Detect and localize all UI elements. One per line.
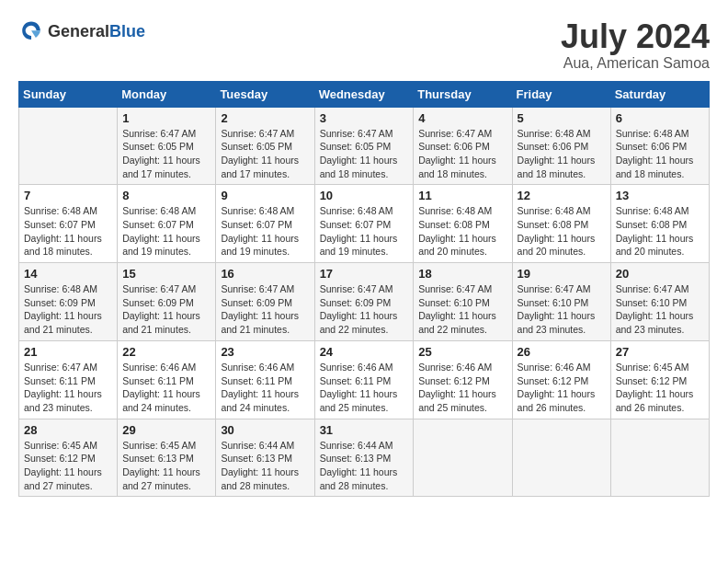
calendar-cell (414, 419, 512, 497)
cell-info: Sunrise: 6:46 AMSunset: 6:11 PMDaylight:… (221, 361, 309, 415)
calendar-week-2: 7Sunrise: 6:48 AMSunset: 6:07 PMDaylight… (19, 185, 710, 263)
logo-text: GeneralBlue (48, 22, 145, 41)
day-number: 25 (418, 345, 506, 359)
logo-icon (18, 18, 44, 44)
calendar-dow-friday: Friday (512, 81, 610, 107)
cell-info: Sunrise: 6:44 AMSunset: 6:13 PMDaylight:… (320, 439, 409, 493)
calendar-cell (610, 419, 709, 497)
calendar-cell: 22Sunrise: 6:46 AMSunset: 6:11 PMDayligh… (118, 340, 216, 419)
page-header: GeneralBlue July 2024 Aua, American Samo… (18, 18, 710, 72)
calendar-week-5: 28Sunrise: 6:45 AMSunset: 6:12 PMDayligh… (19, 419, 710, 497)
calendar-cell: 17Sunrise: 6:47 AMSunset: 6:09 PMDayligh… (314, 263, 414, 341)
calendar-cell: 16Sunrise: 6:47 AMSunset: 6:09 PMDayligh… (216, 263, 314, 341)
calendar-cell: 3Sunrise: 6:47 AMSunset: 6:05 PMDaylight… (314, 107, 414, 185)
day-number: 4 (418, 111, 506, 125)
month-title: July 2024 (561, 18, 710, 55)
day-number: 18 (418, 267, 506, 281)
cell-info: Sunrise: 6:48 AMSunset: 6:06 PMDaylight:… (518, 127, 606, 181)
cell-info: Sunrise: 6:46 AMSunset: 6:12 PMDaylight:… (518, 361, 606, 415)
calendar-cell: 18Sunrise: 6:47 AMSunset: 6:10 PMDayligh… (414, 263, 512, 341)
calendar-cell: 9Sunrise: 6:48 AMSunset: 6:07 PMDaylight… (216, 185, 314, 263)
day-number: 20 (616, 267, 704, 281)
title-block: July 2024 Aua, American Samoa (561, 18, 710, 72)
calendar-week-4: 21Sunrise: 6:47 AMSunset: 6:11 PMDayligh… (19, 340, 710, 419)
calendar-cell: 31Sunrise: 6:44 AMSunset: 6:13 PMDayligh… (314, 419, 414, 497)
day-number: 16 (221, 267, 309, 281)
calendar-cell: 13Sunrise: 6:48 AMSunset: 6:08 PMDayligh… (610, 185, 709, 263)
day-number: 7 (24, 189, 112, 202)
cell-info: Sunrise: 6:47 AMSunset: 6:05 PMDaylight:… (122, 127, 210, 181)
day-number: 6 (616, 111, 704, 125)
calendar-cell: 24Sunrise: 6:46 AMSunset: 6:11 PMDayligh… (314, 340, 414, 419)
cell-info: Sunrise: 6:47 AMSunset: 6:10 PMDaylight:… (418, 282, 506, 337)
day-number: 19 (518, 267, 606, 281)
calendar-cell: 30Sunrise: 6:44 AMSunset: 6:13 PMDayligh… (216, 419, 314, 497)
day-number: 29 (122, 423, 210, 437)
calendar-cell: 25Sunrise: 6:46 AMSunset: 6:12 PMDayligh… (414, 340, 512, 419)
cell-info: Sunrise: 6:47 AMSunset: 6:06 PMDaylight:… (418, 127, 506, 181)
cell-info: Sunrise: 6:46 AMSunset: 6:12 PMDaylight:… (418, 361, 506, 415)
day-number: 12 (518, 189, 606, 202)
cell-info: Sunrise: 6:48 AMSunset: 6:07 PMDaylight:… (122, 204, 210, 259)
day-number: 22 (122, 345, 210, 359)
calendar-dow-monday: Monday (118, 81, 216, 107)
cell-info: Sunrise: 6:48 AMSunset: 6:06 PMDaylight:… (616, 127, 704, 181)
cell-info: Sunrise: 6:46 AMSunset: 6:11 PMDaylight:… (320, 361, 409, 415)
logo: GeneralBlue (18, 18, 145, 44)
cell-info: Sunrise: 6:44 AMSunset: 6:13 PMDaylight:… (221, 439, 309, 493)
calendar-dow-sunday: Sunday (19, 81, 118, 107)
cell-info: Sunrise: 6:45 AMSunset: 6:13 PMDaylight:… (122, 439, 210, 493)
calendar-header-row: SundayMondayTuesdayWednesdayThursdayFrid… (19, 81, 710, 107)
cell-info: Sunrise: 6:47 AMSunset: 6:09 PMDaylight:… (122, 282, 210, 337)
logo-general: General (48, 22, 109, 40)
calendar-dow-tuesday: Tuesday (216, 81, 314, 107)
calendar-dow-wednesday: Wednesday (314, 81, 414, 107)
calendar-cell: 15Sunrise: 6:47 AMSunset: 6:09 PMDayligh… (118, 263, 216, 341)
day-number: 11 (418, 189, 506, 202)
cell-info: Sunrise: 6:45 AMSunset: 6:12 PMDaylight:… (616, 361, 704, 415)
cell-info: Sunrise: 6:47 AMSunset: 6:10 PMDaylight:… (518, 282, 606, 337)
calendar-cell: 20Sunrise: 6:47 AMSunset: 6:10 PMDayligh… (610, 263, 709, 341)
calendar-cell: 21Sunrise: 6:47 AMSunset: 6:11 PMDayligh… (19, 340, 118, 419)
calendar-table: SundayMondayTuesdayWednesdayThursdayFrid… (18, 81, 710, 498)
day-number: 27 (616, 345, 704, 359)
cell-info: Sunrise: 6:48 AMSunset: 6:08 PMDaylight:… (616, 204, 704, 259)
calendar-cell: 11Sunrise: 6:48 AMSunset: 6:08 PMDayligh… (414, 185, 512, 263)
cell-info: Sunrise: 6:45 AMSunset: 6:12 PMDaylight:… (24, 439, 112, 493)
calendar-dow-thursday: Thursday (414, 81, 512, 107)
day-number: 10 (320, 189, 409, 202)
calendar-cell: 19Sunrise: 6:47 AMSunset: 6:10 PMDayligh… (512, 263, 610, 341)
calendar-cell: 14Sunrise: 6:48 AMSunset: 6:09 PMDayligh… (19, 263, 118, 341)
day-number: 1 (122, 111, 210, 125)
day-number: 13 (616, 189, 704, 202)
cell-info: Sunrise: 6:48 AMSunset: 6:09 PMDaylight:… (24, 282, 112, 337)
cell-info: Sunrise: 6:48 AMSunset: 6:08 PMDaylight:… (518, 204, 606, 259)
day-number: 5 (518, 111, 606, 125)
logo-blue: Blue (109, 22, 145, 40)
cell-info: Sunrise: 6:46 AMSunset: 6:11 PMDaylight:… (122, 361, 210, 415)
day-number: 30 (221, 423, 309, 437)
calendar-cell: 28Sunrise: 6:45 AMSunset: 6:12 PMDayligh… (19, 419, 118, 497)
cell-info: Sunrise: 6:47 AMSunset: 6:10 PMDaylight:… (616, 282, 704, 337)
cell-info: Sunrise: 6:47 AMSunset: 6:09 PMDaylight:… (320, 282, 409, 337)
calendar-cell: 2Sunrise: 6:47 AMSunset: 6:05 PMDaylight… (216, 107, 314, 185)
calendar-week-3: 14Sunrise: 6:48 AMSunset: 6:09 PMDayligh… (19, 263, 710, 341)
day-number: 31 (320, 423, 409, 437)
day-number: 9 (221, 189, 309, 202)
calendar-cell: 7Sunrise: 6:48 AMSunset: 6:07 PMDaylight… (19, 185, 118, 263)
calendar-cell: 27Sunrise: 6:45 AMSunset: 6:12 PMDayligh… (610, 340, 709, 419)
cell-info: Sunrise: 6:47 AMSunset: 6:11 PMDaylight:… (24, 361, 112, 415)
day-number: 23 (221, 345, 309, 359)
calendar-cell: 4Sunrise: 6:47 AMSunset: 6:06 PMDaylight… (414, 107, 512, 185)
calendar-cell: 10Sunrise: 6:48 AMSunset: 6:07 PMDayligh… (314, 185, 414, 263)
calendar-cell: 6Sunrise: 6:48 AMSunset: 6:06 PMDaylight… (610, 107, 709, 185)
calendar-cell: 5Sunrise: 6:48 AMSunset: 6:06 PMDaylight… (512, 107, 610, 185)
calendar-cell: 8Sunrise: 6:48 AMSunset: 6:07 PMDaylight… (118, 185, 216, 263)
cell-info: Sunrise: 6:48 AMSunset: 6:08 PMDaylight:… (418, 204, 506, 259)
day-number: 2 (221, 111, 309, 125)
cell-info: Sunrise: 6:48 AMSunset: 6:07 PMDaylight:… (320, 204, 409, 259)
calendar-cell: 23Sunrise: 6:46 AMSunset: 6:11 PMDayligh… (216, 340, 314, 419)
day-number: 26 (518, 345, 606, 359)
day-number: 28 (24, 423, 112, 437)
calendar-cell: 26Sunrise: 6:46 AMSunset: 6:12 PMDayligh… (512, 340, 610, 419)
